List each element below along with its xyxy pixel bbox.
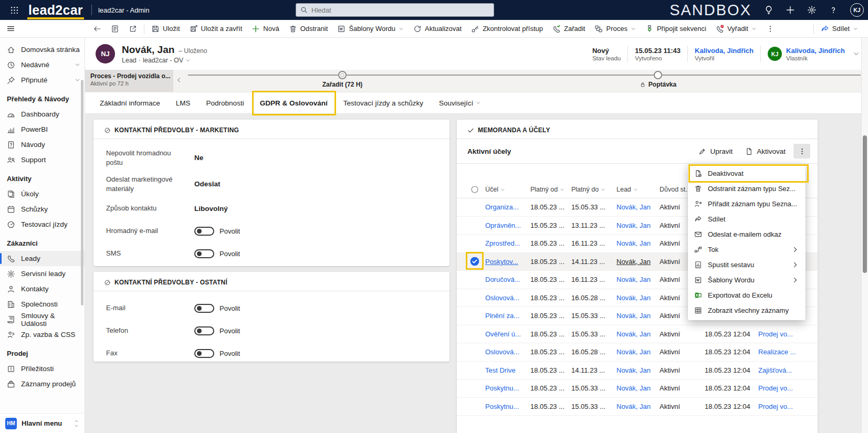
row-checkbox-selected[interactable] [470, 257, 479, 266]
cell-related[interactable]: Prodej vo... [758, 403, 818, 410]
cell-purpose[interactable]: Ověření ú... [485, 330, 530, 338]
menu-item-odeslat-e-mailem-odkaz[interactable]: Odeslat e-mailem odkaz [688, 227, 806, 242]
lightbulb-icon[interactable] [764, 5, 773, 15]
activate-button[interactable]: Aktivovat [740, 145, 790, 158]
process-stage-node-next[interactable] [654, 71, 662, 79]
toggle-pill[interactable] [194, 304, 214, 313]
sidebar-item-spolecnosti[interactable]: Společnosti [0, 297, 85, 312]
delete-button[interactable]: Odstranit [284, 22, 333, 36]
cell-purpose[interactable]: Oprávněn... [485, 221, 530, 229]
help-icon[interactable] [829, 5, 838, 15]
table-row[interactable]: Test Drive18.05.23 ...14.11.23 ...Novák,… [457, 362, 818, 380]
sidebar-area-switcher[interactable]: HM Hlavní menu [0, 413, 84, 433]
toggle-fax[interactable]: Povolit [194, 349, 437, 358]
cell-lead[interactable]: Novák, Jan [616, 294, 660, 302]
cell-purpose[interactable]: Poskytov... [485, 258, 530, 266]
search-input[interactable] [311, 6, 489, 14]
toggle-pill[interactable] [194, 349, 214, 358]
sidebar-item-zp-vazba-css[interactable]: Zp. vazba & CSS [0, 327, 85, 342]
toggle-pill[interactable] [194, 227, 214, 236]
cell-related[interactable]: Realizace ... [758, 348, 818, 356]
menu-item-tok[interactable]: Tok [688, 242, 806, 257]
cell-lead[interactable]: Novák, Jan [616, 366, 660, 374]
cell-lead[interactable]: Novák, Jan [616, 403, 660, 410]
form-selector[interactable]: lead2car - OV [143, 57, 183, 64]
tab-lms[interactable]: LMS [176, 99, 191, 107]
toggle-e-mail[interactable]: Povolit [194, 304, 437, 313]
process-stage-active-label[interactable]: Zařadit (72 H) [290, 81, 395, 88]
cell-lead[interactable]: Novák, Jan [616, 384, 660, 392]
qualify-button[interactable]: Zařadit [548, 22, 590, 36]
cell-purpose[interactable]: Oslovová... [485, 294, 530, 302]
tab-zakladni-informace[interactable]: Základní informace [100, 99, 160, 107]
sidebar-item-support[interactable]: Support [0, 152, 85, 167]
sidebar-item-testovaci-jizdy[interactable]: Testovací jízdy [0, 217, 85, 232]
column-header-platny-od[interactable]: Platný od [530, 186, 571, 193]
menu-item-sablony-wordu[interactable]: Šablony Wordu [688, 272, 806, 288]
sidebar-scrollbar[interactable] [81, 80, 83, 305]
toggle-hromadny-e-mail[interactable]: Povolit [194, 227, 437, 236]
menu-item-zobrazit-vsechny-zaznamy[interactable]: Zobrazit všechny záznamy [688, 303, 806, 318]
global-search[interactable] [296, 3, 494, 17]
new-button[interactable]: Nová [247, 22, 284, 36]
tab-gdpr-oslovovani[interactable]: GDPR & Oslovování [260, 99, 328, 107]
sidebar-item-ukoly[interactable]: Úkoly [0, 186, 85, 202]
sidebar-item-nedavne[interactable]: Nedávné [0, 57, 85, 72]
app-launcher-button[interactable] [6, 2, 22, 18]
process-scroll-left-icon[interactable] [175, 77, 182, 83]
toggle-sms[interactable]: Povolit [194, 249, 437, 258]
toggle-pill[interactable] [194, 249, 214, 258]
tab-testovaci-jizdy-a-schuzky[interactable]: Testovací jízdy a schůzky [343, 99, 423, 107]
user-avatar[interactable]: KJ [850, 3, 864, 17]
cell-purpose[interactable]: Poskytnu... [485, 384, 530, 392]
sidebar-item-pripnute[interactable]: Připnuté [0, 72, 85, 88]
cell-purpose[interactable]: Doručová... [485, 276, 530, 283]
cell-purpose[interactable]: Zprostřed... [485, 239, 530, 247]
subgrid-view-title[interactable]: Aktivní účely [467, 147, 511, 155]
tab-souvisejici[interactable]: Související [439, 99, 481, 107]
sidebar-item-schuzky[interactable]: Schůzky [0, 202, 85, 217]
table-row[interactable]: Ověření ú...18.05.23 ...15.05.33 ...Nová… [457, 325, 818, 344]
process-stage-node-active[interactable] [338, 71, 347, 79]
field-value-odeslat-marketingove-materialy[interactable]: Odeslat [194, 180, 437, 188]
cell-purpose[interactable]: Poskytnu... [485, 403, 530, 410]
page-scrollbar[interactable] [861, 38, 868, 433]
cell-lead[interactable]: Novák, Jan [616, 330, 660, 338]
check-access-button[interactable]: Zkontrolovat přístup [466, 22, 548, 36]
subgrid-more-commands-button[interactable] [793, 144, 810, 159]
menu-item-sdilet[interactable]: Sdílet [688, 212, 806, 227]
refresh-button[interactable]: Aktualizovat [409, 22, 466, 36]
form-pane-button[interactable] [106, 22, 124, 36]
table-row[interactable]: Oslovová...18.05.23 ...16.05.28 ...Novák… [457, 343, 818, 362]
settings-gear-icon[interactable] [807, 5, 817, 15]
more-commands-button[interactable] [761, 22, 779, 36]
connect-sequence-button[interactable]: Připojit sekvenci [641, 22, 711, 36]
cell-related[interactable]: Prodej vo... [758, 330, 818, 338]
tab-podrobnosti[interactable]: Podrobnosti [206, 99, 244, 107]
menu-item-exportovat-do-excelu[interactable]: Exportovat do Excelu [688, 288, 806, 303]
menu-item-odstranit-zaznam-typu-sez[interactable]: Odstranit záznam typu Sez... [688, 181, 806, 196]
sidebar-item-prilezitosti[interactable]: Příležitosti [0, 361, 85, 376]
sidebar-item-powerbi[interactable]: PowerBI [0, 122, 85, 137]
column-header-lead[interactable]: Lead [616, 186, 660, 193]
toggle-telefon[interactable]: Povolit [194, 326, 437, 335]
cell-purpose[interactable]: Plnění za... [485, 312, 530, 320]
sidebar-item-domovska-stranka[interactable]: Domovská stránka [0, 42, 85, 57]
menu-item-deaktivovat[interactable]: Deaktivovat [688, 166, 806, 181]
cell-lead[interactable]: Novák, Jan [616, 258, 660, 266]
cell-lead[interactable]: Novák, Jan [616, 221, 660, 229]
table-row[interactable]: Poskytnu...18.05.23 ...15.05.33 ...Novák… [457, 379, 818, 398]
select-all-radio[interactable] [470, 185, 479, 194]
meta-value[interactable]: Kalivoda, Jindřich [695, 47, 754, 55]
cell-lead[interactable]: Novák, Jan [616, 276, 660, 283]
sidebar-item-kontakty[interactable]: Kontakty [0, 281, 85, 297]
cell-lead[interactable]: Novák, Jan [616, 239, 660, 247]
process-button[interactable]: Proces [590, 22, 640, 36]
table-row[interactable]: Poskytnu...18.05.23 ...15.05.33 ...Novák… [457, 398, 818, 416]
save-button[interactable]: Uložit [147, 22, 185, 36]
column-header-ucel[interactable]: Účel [485, 186, 530, 193]
meta-value[interactable]: Kalivoda, Jindřich [786, 47, 845, 55]
share-button[interactable]: Sdílet [816, 22, 863, 36]
sidebar-item-smlouvy-udalosti[interactable]: Smlouvy & Události [0, 312, 85, 327]
header-collapse-chevron-icon[interactable] [853, 50, 860, 57]
